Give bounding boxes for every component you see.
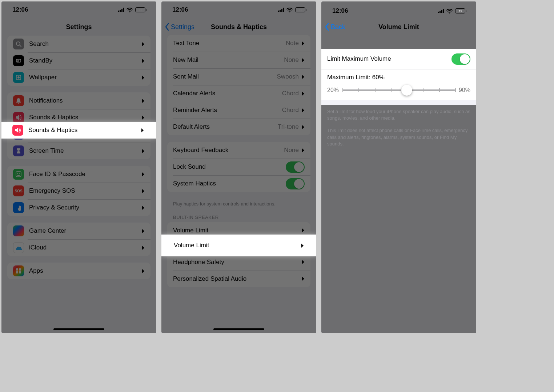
row-wallpaper[interactable]: Wallpaper: [7, 69, 150, 86]
row-label: Wallpaper: [29, 74, 142, 81]
row-lock-sound[interactable]: Lock Sound: [167, 159, 310, 175]
footer-text-1: Set a limit for how loud your iPhone spe…: [321, 105, 476, 125]
speaker-icon: [13, 112, 24, 123]
status-bar: 12:06 71: [1, 1, 156, 18]
chevron-icon: [142, 205, 145, 210]
settings-group-4: Game Center iCloud: [7, 223, 150, 256]
settings-group-3: Face ID & Passcode SOS Emergency SOS Pri…: [7, 166, 150, 216]
row-label: New Mail: [173, 56, 284, 64]
home-indicator[interactable]: [53, 328, 104, 330]
volume-slider[interactable]: [342, 89, 455, 91]
settings-group-1: Search StandBy Wallpaper: [7, 36, 150, 86]
row-value: Chord: [282, 90, 299, 97]
row-label: Default Alerts: [173, 123, 278, 131]
row-label: Lock Sound: [173, 163, 286, 171]
highlight-volume-limit: Volume Limit: [161, 235, 316, 256]
row-text-tone[interactable]: Text Tone Note: [167, 35, 310, 52]
row-default-alerts[interactable]: Default Alerts Tri-tone: [167, 119, 310, 135]
screenshot-settings: 12:06 71 Settings Search StandBy: [1, 1, 156, 333]
row-label: Game Center: [29, 227, 142, 235]
row-volume-limit-hl[interactable]: Volume Limit: [161, 235, 316, 256]
row-calendar-alerts[interactable]: Calendar Alerts Chord: [167, 85, 310, 102]
row-apps[interactable]: Apps: [7, 263, 150, 279]
row-faceid[interactable]: Face ID & Passcode: [7, 166, 150, 183]
battery-icon: 71: [295, 7, 305, 12]
row-standby[interactable]: StandBy: [7, 52, 150, 69]
row-game-center[interactable]: Game Center: [7, 223, 150, 239]
row-personalized-spatial-audio[interactable]: Personalized Spatial Audio: [167, 271, 310, 287]
row-label: Apps: [29, 267, 142, 275]
dim-overlay-top: 12:06 71 Back Volume Limit: [321, 1, 476, 49]
nav-bar: Settings Sounds & Haptics: [161, 18, 316, 36]
bell-icon: [13, 95, 24, 106]
row-label: Volume Limit: [174, 242, 301, 249]
page-title: Settings: [66, 23, 92, 31]
row-label: Screen Time: [29, 147, 142, 155]
row-limit-toggle[interactable]: Limit Maximum Volume: [321, 49, 476, 69]
battery-icon: 71: [455, 8, 465, 13]
row-label: System Haptics: [173, 180, 286, 187]
row-notifications[interactable]: Notifications: [7, 92, 150, 109]
toggle[interactable]: [286, 178, 305, 189]
cellular-icon: [438, 9, 444, 13]
row-value: Tri-tone: [278, 123, 299, 131]
row-emergency-sos[interactable]: SOS Emergency SOS: [7, 183, 150, 199]
row-new-mail[interactable]: New Mail None: [167, 52, 310, 68]
row-label: Reminder Alerts: [173, 107, 282, 114]
chevron-icon: [142, 269, 145, 273]
row-label: Text Tone: [173, 40, 286, 47]
chevron-icon: [302, 260, 305, 264]
row-sounds-haptics-hl[interactable]: Sounds & Haptics: [1, 122, 156, 139]
chevron-icon: [302, 75, 305, 79]
home-indicator[interactable]: [213, 328, 264, 330]
row-value: None: [284, 147, 299, 154]
row-label: Keyboard Feedback: [173, 147, 284, 154]
slider-max: 90%: [459, 87, 470, 93]
row-system-haptics[interactable]: System Haptics: [167, 175, 310, 192]
row-label: Notifications: [29, 97, 142, 104]
cloud-icon: [13, 242, 24, 253]
wifi-icon: [286, 8, 293, 12]
toggle[interactable]: [286, 161, 305, 173]
chevron-icon: [142, 149, 145, 153]
chevron-icon: [302, 41, 305, 46]
settings-group-5: Apps: [7, 263, 150, 279]
row-value: Note: [286, 40, 299, 47]
row-value: None: [284, 56, 299, 64]
row-icloud[interactable]: iCloud: [7, 239, 150, 256]
row-label: Sounds & Haptics: [28, 127, 141, 134]
row-search[interactable]: Search: [7, 36, 150, 52]
headphones-group: Headphone Safety Personalized Spatial Au…: [167, 254, 310, 287]
row-label: Sounds & Haptics: [29, 114, 142, 121]
chevron-icon: [302, 58, 305, 63]
speaker-icon: [12, 125, 23, 136]
row-label: Search: [29, 40, 142, 48]
row-reminder-alerts[interactable]: Reminder Alerts Chord: [167, 102, 310, 119]
game-center-icon: [13, 225, 24, 236]
slider-thumb[interactable]: [401, 85, 412, 96]
chevron-icon: [302, 276, 305, 281]
row-sent-mail[interactable]: Sent Mail Swoosh: [167, 68, 310, 85]
row-label: Calendar Alerts: [173, 90, 282, 97]
chevron-icon: [302, 228, 305, 233]
row-limit-slider: Maximum Limit: 60% 20% 90%: [321, 69, 476, 100]
chevron-icon: [142, 99, 145, 103]
limit-toggle[interactable]: [451, 53, 470, 65]
back-button[interactable]: Settings: [164, 23, 194, 31]
chevron-icon: [142, 75, 145, 80]
row-label: Sent Mail: [173, 73, 277, 80]
row-privacy[interactable]: Privacy & Security: [7, 199, 150, 216]
row-label: Headphone Safety: [173, 259, 302, 266]
chevron-icon: [142, 189, 145, 193]
back-button[interactable]: Back: [324, 23, 345, 31]
highlight-sounds-haptics: Sounds & Haptics: [1, 122, 156, 139]
status-right: 71: [278, 7, 306, 12]
page-title: Sounds & Haptics: [211, 23, 267, 31]
cellular-icon: [118, 8, 124, 12]
chevron-icon: [142, 42, 145, 47]
hourglass-icon: [13, 145, 24, 156]
page-title: Volume Limit: [378, 23, 419, 31]
row-screen-time[interactable]: Screen Time: [7, 143, 150, 159]
back-chevron-icon: [164, 23, 169, 31]
row-keyboard-feedback[interactable]: Keyboard FeedbackNone: [167, 142, 310, 159]
